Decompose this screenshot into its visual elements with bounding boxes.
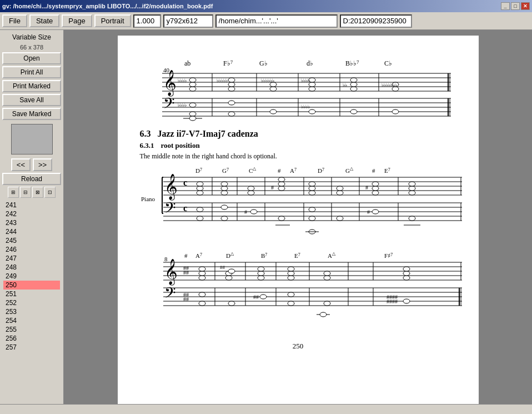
page-item-251[interactable]: 251 (3, 290, 60, 298)
svg-point-175 (199, 267, 205, 271)
svg-point-112 (372, 191, 379, 195)
svg-point-105 (278, 177, 285, 182)
svg-point-189 (403, 271, 410, 276)
svg-point-185 (288, 267, 294, 271)
svg-text:A7: A7 (290, 167, 297, 174)
svg-text:𝄞: 𝄞 (163, 70, 177, 97)
svg-text:#: # (372, 167, 375, 174)
page-item-244[interactable]: 244 (3, 227, 60, 236)
open-button[interactable]: Open (2, 52, 61, 64)
svg-point-217 (403, 299, 410, 303)
state-menu[interactable]: State (29, 14, 59, 27)
svg-text:##: ## (183, 296, 189, 302)
svg-text:♭♭: ♭♭ (343, 82, 347, 88)
icon-btn-1[interactable]: ⊞ (8, 187, 19, 198)
svg-text:D7: D7 (318, 167, 324, 174)
icon-btn-3[interactable]: ⊠ (32, 187, 43, 198)
svg-point-104 (278, 182, 285, 186)
svg-point-211 (260, 295, 267, 299)
svg-text:#: # (271, 184, 274, 191)
svg-point-113 (372, 186, 379, 191)
prev-button[interactable]: << (11, 158, 31, 171)
page-item-253[interactable]: 253 (3, 307, 60, 316)
page-item-242[interactable]: 242 (3, 210, 60, 218)
reload-button[interactable]: Reload (2, 173, 61, 185)
svg-text:C△: C△ (249, 166, 257, 174)
svg-point-57 (189, 103, 196, 107)
svg-point-98 (221, 186, 228, 191)
save-all-button[interactable]: Save All (2, 94, 61, 106)
title-bar-controls: _ □ ✕ (501, 2, 530, 10)
date-input[interactable] (340, 14, 412, 28)
zoom-input[interactable] (133, 14, 161, 28)
page-item-252[interactable]: 252 (3, 298, 60, 307)
svg-point-106 (309, 191, 315, 195)
page-item-246[interactable]: 246 (3, 245, 60, 254)
svg-point-25 (228, 82, 235, 87)
svg-text:♭♭♭♭: ♭♭♭♭ (301, 104, 310, 109)
variable-size-label: Variable Size (2, 32, 61, 42)
svg-text:##: ## (253, 294, 259, 300)
print-all-button[interactable]: Print All (2, 66, 61, 78)
svg-text:𝄞: 𝄞 (164, 259, 178, 286)
svg-point-214 (324, 301, 330, 306)
size-input[interactable] (163, 14, 213, 28)
svg-point-22 (189, 78, 196, 82)
svg-point-97 (221, 191, 228, 195)
portrait-menu[interactable]: Portrait (94, 14, 131, 27)
piano-staff-2: 8 # A7 D△ B7 E7 A△ F♯7 𝄞 (140, 250, 456, 331)
icon-btn-4[interactable]: ⊡ (44, 187, 56, 198)
title-bar-title: gv: /home/chi.../systempryx_amplib LIBOT… (2, 3, 213, 9)
page-item-248[interactable]: 248 (3, 263, 60, 272)
menu-bar: File State Page Portrait (0, 12, 532, 30)
svg-point-184 (288, 271, 294, 276)
path-input[interactable] (215, 14, 338, 28)
minimize-button[interactable]: _ (501, 2, 510, 10)
piano-staff-1: Piano D7 G7 C△ # A7 D7 G△ # E7 (140, 165, 456, 246)
print-marked-button[interactable]: Print Marked (2, 80, 61, 92)
page-item-241[interactable]: 241 (3, 201, 60, 210)
svg-text:E7: E7 (294, 252, 300, 259)
svg-text:ab: ab (184, 59, 190, 67)
svg-point-107 (309, 186, 315, 191)
page-item-254[interactable]: 254 (3, 316, 60, 325)
svg-point-174 (199, 271, 205, 276)
icon-btn-2[interactable]: ⊟ (20, 187, 31, 198)
file-menu[interactable]: File (2, 14, 27, 27)
maximize-button[interactable]: □ (511, 2, 520, 10)
svg-point-181 (258, 271, 264, 276)
page-item-245[interactable]: 245 (3, 236, 60, 245)
svg-point-136 (221, 205, 228, 210)
page-item-250[interactable]: 250 (3, 281, 60, 290)
svg-point-183 (288, 276, 294, 280)
page-item-256[interactable]: 256 (3, 334, 60, 343)
first-staff-section: ab F♭7 G♭ d♭ B♭♭7 C♭ 𝄞 40 (140, 57, 456, 123)
body-text: The middle note in the right hand chord … (140, 152, 456, 161)
svg-text:d♭: d♭ (307, 59, 313, 67)
page-item-247[interactable]: 247 (3, 254, 60, 263)
close-button[interactable]: ✕ (521, 2, 530, 10)
page-menu[interactable]: Page (62, 14, 92, 27)
svg-text:E7: E7 (384, 167, 390, 174)
svg-point-188 (403, 276, 410, 280)
svg-point-108 (309, 182, 315, 186)
page-number: 250 (140, 342, 456, 351)
svg-text:#: # (278, 167, 281, 174)
svg-text:A7: A7 (195, 252, 202, 259)
section-title: Jazz ii7-V7-Imaj7 cadenza (158, 129, 258, 139)
next-button[interactable]: >> (33, 158, 52, 171)
save-marked-button[interactable]: Save Marked (2, 108, 61, 120)
page-item-249[interactable]: 249 (3, 272, 60, 281)
svg-text:𝄢: 𝄢 (163, 95, 175, 115)
svg-text:A△: A△ (328, 251, 336, 259)
page-item-257[interactable]: 257 (3, 343, 60, 352)
pdf-area[interactable]: ab F♭7 G♭ d♭ B♭♭7 C♭ 𝄞 40 (64, 30, 532, 404)
svg-point-219 (320, 312, 327, 317)
svg-text:c: c (183, 203, 187, 213)
svg-point-31 (309, 87, 315, 91)
svg-text:♭♭♭♭: ♭♭♭♭ (178, 102, 187, 108)
page-item-243[interactable]: 243 (3, 218, 60, 227)
page-item-255[interactable]: 255 (3, 325, 60, 334)
svg-point-213 (288, 292, 294, 297)
page-preview (11, 124, 53, 154)
